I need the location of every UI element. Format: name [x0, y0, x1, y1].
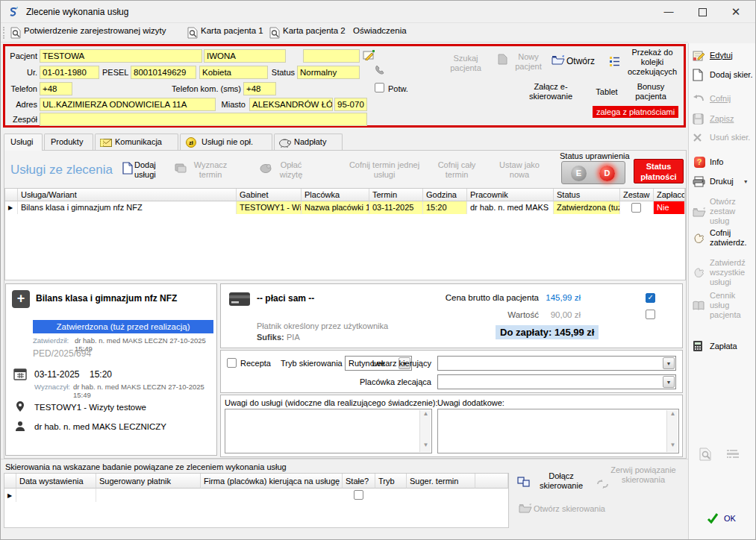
- d-badge[interactable]: D: [599, 166, 615, 181]
- sidebar-item-edytuj[interactable]: Edytuj: [693, 49, 755, 61]
- cell-gabinet[interactable]: TESTOWY1 - Wizyt: [237, 201, 302, 214]
- break-referral-link-button[interactable]: Zerwij powiązanie skierowania: [610, 465, 677, 485]
- cell-zaplacona[interactable]: Nie: [654, 201, 685, 214]
- sidebar-item-usun-skier[interactable]: Usuń skier.: [693, 133, 755, 142]
- service-notes-textarea[interactable]: ▲ ▼: [225, 409, 432, 453]
- col-tryb[interactable]: Tryb: [375, 474, 407, 489]
- col-usluga[interactable]: Usługa/Wariant: [18, 189, 237, 201]
- firstname-field[interactable]: IWONA: [204, 49, 286, 63]
- toolbar-item-potwierdzenie[interactable]: Potwierdzenie zarejestrowanej wizyty: [24, 26, 166, 40]
- col-godzina[interactable]: Godzina: [423, 189, 467, 201]
- col-zestaw[interactable]: Zestaw: [620, 189, 654, 201]
- col-status[interactable]: Status: [554, 189, 620, 201]
- patient-status-field[interactable]: Normalny: [297, 66, 360, 79]
- sidebar-item-cofnij[interactable]: Cofnij: [693, 94, 755, 104]
- tab-uslugi[interactable]: Usługi: [4, 134, 43, 151]
- tab-produkty[interactable]: Produkty: [44, 134, 93, 150]
- sex-field[interactable]: Kobieta: [199, 66, 268, 79]
- mobile-field[interactable]: +48: [243, 82, 276, 95]
- referring-doctor-select[interactable]: ▼: [437, 356, 676, 371]
- scrollbar[interactable]: ▲ ▼: [419, 410, 431, 452]
- cell-status[interactable]: Zatwierdzona (tuż: [554, 201, 620, 214]
- extra-notes-textarea[interactable]: ▲ ▼: [437, 409, 679, 453]
- chevron-down-icon[interactable]: ▼: [743, 177, 749, 186]
- edit-contact-icon[interactable]: [363, 49, 376, 60]
- col-sugerowany-platnik[interactable]: Sugerowany płatnik: [96, 474, 201, 489]
- col-placowka[interactable]: Placówka: [302, 189, 369, 201]
- set-date-button[interactable]: Wyznacz termin: [188, 160, 233, 180]
- middlename-field[interactable]: [303, 49, 360, 63]
- toolbar-item-oswiadczenia[interactable]: Oświadczenia: [353, 26, 407, 40]
- attach-referral-button[interactable]: Dołącz skierowanie: [532, 471, 590, 491]
- attach-ereferral-button[interactable]: Załącz e-skierowanie: [520, 82, 581, 101]
- cell-pracownik[interactable]: dr hab. n. med MAKS: [467, 201, 554, 214]
- col-data-wystawienia[interactable]: Data wystawienia: [16, 474, 96, 489]
- chevron-down-icon[interactable]: ▼: [663, 357, 675, 369]
- toolbar-item-karta-1[interactable]: Karta pacjenta 1: [201, 26, 263, 40]
- sidebar-item-dodaj-skier[interactable]: Dodaj skier.: [693, 69, 755, 81]
- scroll-up-icon[interactable]: ▲: [420, 410, 431, 421]
- undo-all-dates-button[interactable]: Cofnij cały termin: [427, 160, 487, 180]
- address-field[interactable]: UL.KAZIMIERZA ODNOWICIELA 11A: [40, 98, 216, 111]
- tab-komunikacja[interactable]: Komunikacja: [95, 134, 178, 150]
- queue-button[interactable]: Przekaż do kolejki oczekujących: [622, 48, 683, 77]
- col-stale[interactable]: Stałe?: [343, 474, 375, 489]
- tab-nadplaty[interactable]: Nadpłaty: [274, 134, 343, 150]
- sidebar-item-cennik[interactable]: Cennik usług pacjenta: [693, 291, 755, 320]
- birthdate-field[interactable]: 01-01-1980: [40, 66, 99, 79]
- cell-godzina[interactable]: 15:20: [423, 201, 467, 214]
- sidebar-item-cofnij-zatwierdz[interactable]: Cofnij zatwierdz.: [693, 228, 755, 248]
- fax-print-icon[interactable]: [726, 449, 740, 459]
- col-zaplacona[interactable]: Zapłacona: [654, 189, 685, 201]
- tablet-button[interactable]: Tablet: [590, 87, 623, 97]
- gross-price-checkbox[interactable]: [646, 293, 655, 303]
- preview-icon[interactable]: [699, 448, 712, 461]
- add-services-button[interactable]: Dodaj usługi: [134, 160, 170, 180]
- col-termin[interactable]: Termin: [369, 189, 423, 201]
- cell-placowka[interactable]: Nazwa placówki 1: [302, 201, 369, 214]
- sidebar-item-otworz-zestaw[interactable]: Otwórz zestaw usług: [693, 197, 755, 226]
- chevron-down-icon[interactable]: ▼: [663, 376, 675, 388]
- sidebar-item-zaplata[interactable]: Zapłata: [693, 340, 755, 352]
- close-button[interactable]: ✕: [723, 1, 749, 23]
- ok-button[interactable]: OK: [707, 513, 756, 524]
- sidebar-item-zatwierdz-wszystkie[interactable]: Zatwierdź wszystkie usługi: [693, 258, 755, 287]
- scroll-down-icon[interactable]: ▼: [420, 442, 431, 452]
- e-badge[interactable]: E: [571, 166, 587, 181]
- toolbar-item-karta-2[interactable]: Karta pacjenta 2: [283, 26, 346, 40]
- col-firma-kierujaca[interactable]: Firma (placówka) kierująca na usługę: [201, 474, 343, 489]
- recepta-checkbox[interactable]: [227, 358, 237, 368]
- open-referrals-button[interactable]: Otwórz skierowania: [534, 504, 623, 514]
- tab-uslugi-nie-opl[interactable]: zł Usługi nie opł.: [180, 134, 272, 150]
- zestaw-checkbox[interactable]: [631, 203, 641, 213]
- minimize-button[interactable]: —: [656, 1, 681, 23]
- potw-checkbox[interactable]: [375, 83, 384, 92]
- sidebar-item-drukuj[interactable]: Drukuj ▼: [693, 176, 755, 187]
- phone-field[interactable]: +48: [40, 82, 72, 95]
- zip-field[interactable]: 95-070: [334, 98, 367, 111]
- undo-one-date-button[interactable]: Cofnij termin jednej usługi: [348, 160, 421, 180]
- ordering-facility-select[interactable]: ▼: [437, 374, 676, 389]
- search-patient-button[interactable]: Szukaj pacjenta: [438, 54, 493, 73]
- pesel-field[interactable]: 80010149629: [131, 66, 196, 79]
- col-suger-termin[interactable]: Suger. termin: [407, 474, 475, 489]
- cell-termin[interactable]: 03-11-2025: [369, 201, 423, 214]
- cell-usluga[interactable]: Bilans klasa i gimnazjum nfz NFZ: [18, 201, 237, 214]
- surname-field[interactable]: TESTOWA: [40, 49, 202, 63]
- value-checkbox[interactable]: [646, 310, 655, 319]
- new-patient-button[interactable]: Nowy pacjent: [510, 52, 547, 72]
- scrollbar[interactable]: ▲ ▼: [666, 410, 678, 452]
- scroll-up-icon[interactable]: ▲: [667, 410, 678, 421]
- stale-checkbox[interactable]: [354, 490, 363, 500]
- payment-status-button[interactable]: Status płatności: [634, 159, 684, 183]
- open-patient-button[interactable]: Otwórz: [566, 57, 604, 66]
- scroll-down-icon[interactable]: ▼: [667, 442, 678, 452]
- city-field[interactable]: ALEKSANDRÓW ŁÓDZ: [249, 98, 333, 111]
- pay-visit-button[interactable]: Opłać wizytę: [273, 160, 309, 180]
- phone-call-icon[interactable]: [375, 64, 387, 76]
- col-pracownik[interactable]: Pracownik: [467, 189, 554, 201]
- set-as-new-button[interactable]: Ustaw jako nowa: [491, 160, 548, 180]
- bonuses-button[interactable]: Bonusy pacjenta: [627, 82, 675, 101]
- sidebar-item-info[interactable]: ? Info: [693, 157, 755, 168]
- team-field[interactable]: [40, 113, 367, 126]
